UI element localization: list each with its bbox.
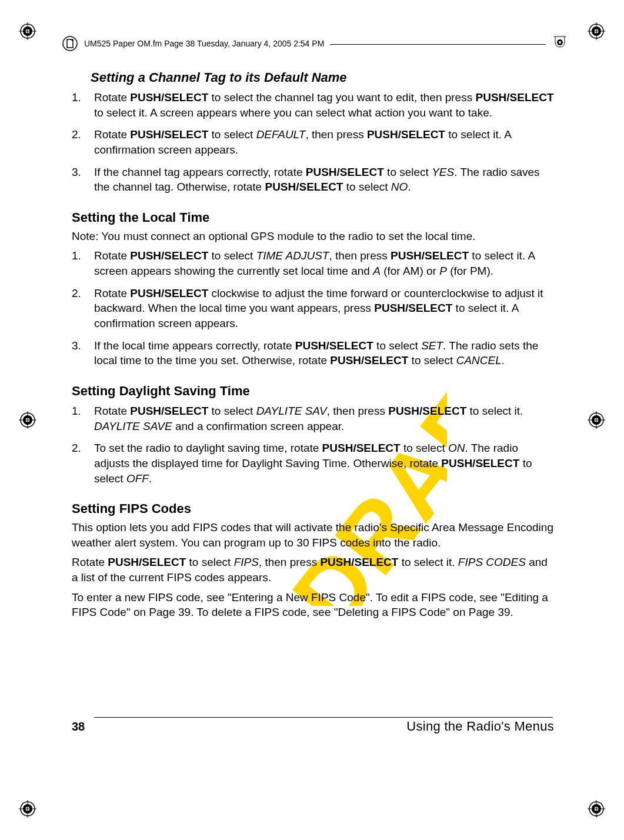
list-item: 3.If the channel tag appears correctly, … bbox=[72, 165, 554, 195]
page-end-icon bbox=[552, 35, 568, 52]
list-number: 3. bbox=[72, 165, 81, 180]
section1-list: 1.Rotate PUSH/SELECT to select the chann… bbox=[72, 90, 554, 195]
list-number: 2. bbox=[72, 127, 81, 142]
list-number: 3. bbox=[72, 338, 81, 354]
list-number: 1. bbox=[72, 404, 81, 419]
section4-para2: Rotate PUSH/SELECT to select FIPS, then … bbox=[72, 555, 554, 585]
header-text: UM525 Paper OM.fm Page 38 Tuesday, Janua… bbox=[84, 39, 324, 48]
list-item: 3.If the local time appears correctly, r… bbox=[72, 338, 554, 368]
page-content: Setting a Channel Tag to its Default Nam… bbox=[72, 62, 554, 625]
list-item: 2.Rotate PUSH/SELECT clockwise to adjust… bbox=[72, 286, 554, 331]
crop-mark-mid-right bbox=[588, 411, 605, 429]
svg-point-30 bbox=[63, 36, 77, 51]
crop-mark-mid-left bbox=[19, 411, 36, 429]
svg-point-34 bbox=[559, 41, 561, 44]
list-item: 1.Rotate PUSH/SELECT to select the chann… bbox=[72, 90, 554, 120]
crop-mark-bottom-right bbox=[588, 800, 605, 818]
page-icon bbox=[62, 35, 78, 52]
heading-setting-channel-tag: Setting a Channel Tag to its Default Nam… bbox=[91, 70, 554, 85]
footer-rule bbox=[94, 717, 553, 718]
list-item: 2.To set the radio to daylight saving ti… bbox=[72, 441, 554, 486]
footer: 38 Using the Radio's Menus bbox=[72, 719, 554, 734]
list-number: 2. bbox=[72, 441, 81, 456]
crop-mark-bottom-left bbox=[19, 800, 36, 818]
crop-mark-top-right bbox=[588, 22, 605, 40]
page-number: 38 bbox=[72, 720, 85, 734]
list-number: 1. bbox=[72, 248, 81, 264]
section2-note: Note: You must connect an optional GPS m… bbox=[72, 229, 554, 244]
footer-title: Using the Radio's Menus bbox=[406, 719, 554, 734]
heading-setting-fips: Setting FIPS Codes bbox=[72, 501, 554, 516]
heading-setting-dst: Setting Daylight Saving Time bbox=[72, 384, 554, 399]
list-number: 1. bbox=[72, 90, 81, 105]
section3-list: 1.Rotate PUSH/SELECT to select DAYLITE S… bbox=[72, 404, 554, 486]
section2-list: 1.Rotate PUSH/SELECT to select TIME ADJU… bbox=[72, 248, 554, 368]
list-number: 2. bbox=[72, 286, 81, 301]
list-item: 1.Rotate PUSH/SELECT to select TIME ADJU… bbox=[72, 248, 554, 278]
header-rule bbox=[330, 44, 546, 45]
header: UM525 Paper OM.fm Page 38 Tuesday, Janua… bbox=[62, 35, 568, 52]
list-item: 1.Rotate PUSH/SELECT to select DAYLITE S… bbox=[72, 404, 554, 434]
list-item: 2.Rotate PUSH/SELECT to select DEFAULT, … bbox=[72, 127, 554, 157]
crop-mark-top-left bbox=[19, 22, 36, 40]
section4-para3: To enter a new FIPS code, see "Entering … bbox=[72, 590, 554, 620]
section4-para1: This option lets you add FIPS codes that… bbox=[72, 520, 554, 550]
heading-setting-local-time: Setting the Local Time bbox=[72, 210, 554, 225]
